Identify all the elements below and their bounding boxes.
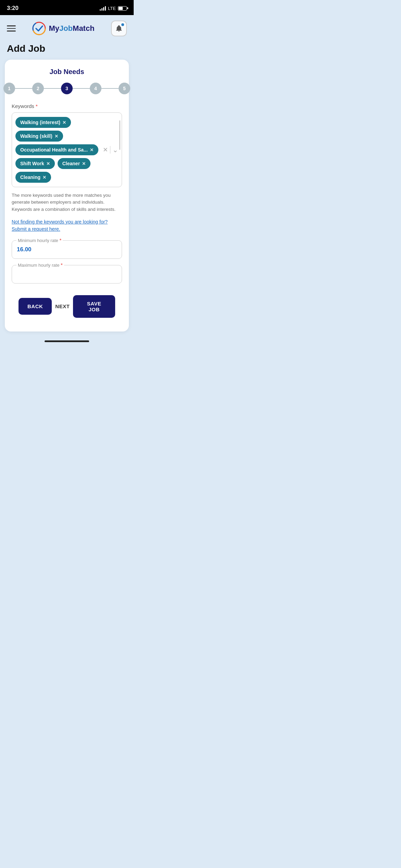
time: 3:20 [7, 5, 19, 12]
keywords-label: Keywords * [12, 103, 122, 109]
step-4[interactable]: 4 [90, 83, 101, 94]
card-title: Job Needs [12, 68, 122, 76]
step-1[interactable]: 1 [3, 83, 15, 94]
min-rate-field: Minimum hourly rate * [12, 240, 122, 259]
top-nav: MyJobMatch [0, 15, 134, 42]
notification-button[interactable] [111, 21, 127, 36]
logo-icon [32, 22, 46, 35]
page-title: Add Job [0, 42, 134, 60]
keyword-tag-walking-interest[interactable]: Walking (interest) ✕ [15, 117, 71, 128]
keyword-tag-cleaner[interactable]: Cleaner ✕ [58, 158, 90, 169]
remove-keyword-walking-skill[interactable]: ✕ [54, 134, 58, 139]
keyword-tag-walking-skill[interactable]: Walking (skill) ✕ [15, 131, 63, 142]
remove-keyword-cleaning[interactable]: ✕ [42, 175, 46, 180]
notification-dot [121, 23, 124, 26]
step-line-2 [44, 88, 61, 89]
max-rate-field: Maximum hourly rate * [12, 265, 122, 284]
bell-icon [115, 25, 123, 32]
action-bar: BACK NEXT SAVE JOB [12, 290, 122, 325]
keyword-tag-cleaning[interactable]: Cleaning ✕ [15, 172, 51, 183]
job-needs-card: Job Needs 1 2 3 4 5 Keywords * Walking (… [5, 60, 129, 331]
remove-keyword-occ-health[interactable]: ✕ [90, 147, 94, 153]
step-line-4 [101, 88, 119, 89]
controls-divider [110, 146, 110, 154]
remove-keyword-cleaner[interactable]: ✕ [82, 161, 86, 166]
logo-text: MyJobMatch [49, 24, 94, 33]
remove-keyword-shift-work[interactable]: ✕ [46, 161, 50, 166]
next-button[interactable]: NEXT [55, 303, 70, 309]
min-rate-input[interactable] [12, 240, 122, 259]
signal-icon [100, 6, 106, 11]
step-3[interactable]: 3 [61, 83, 73, 94]
back-button[interactable]: BACK [19, 298, 52, 315]
status-bar: 3:20 LTE [0, 0, 134, 15]
battery-icon [118, 6, 127, 11]
home-indicator-bar [45, 340, 89, 342]
step-5[interactable]: 5 [119, 83, 130, 94]
keywords-helper-text: The more keywords used the more matches … [12, 192, 122, 213]
step-line-3 [73, 88, 90, 89]
hamburger-menu[interactable] [7, 25, 16, 32]
clear-all-keywords[interactable]: ✕ [103, 146, 108, 154]
keywords-controls: ✕ ⌄ [103, 146, 118, 154]
remove-keyword-walking-interest[interactable]: ✕ [62, 120, 66, 125]
keyword-tag-occ-health[interactable]: Occupational Health and Sa... ✕ [15, 144, 98, 155]
step-line-1 [15, 88, 32, 89]
logo: MyJobMatch [32, 22, 94, 35]
lte-label: LTE [108, 6, 116, 11]
max-rate-input[interactable] [12, 265, 122, 284]
expand-keywords-icon[interactable]: ⌄ [112, 146, 118, 154]
keywords-input-area[interactable]: Walking (interest) ✕ Walking (skill) ✕ O… [12, 112, 122, 187]
save-job-button[interactable]: SAVE JOB [73, 295, 115, 318]
status-indicators: LTE [100, 6, 127, 11]
stepper: 1 2 3 4 5 [12, 83, 122, 94]
home-indicator [0, 337, 134, 348]
step-2[interactable]: 2 [32, 83, 44, 94]
keyword-request-link[interactable]: Not finding the keywords you are looking… [12, 218, 122, 233]
keyword-tag-shift-work[interactable]: Shift Work ✕ [15, 158, 55, 169]
